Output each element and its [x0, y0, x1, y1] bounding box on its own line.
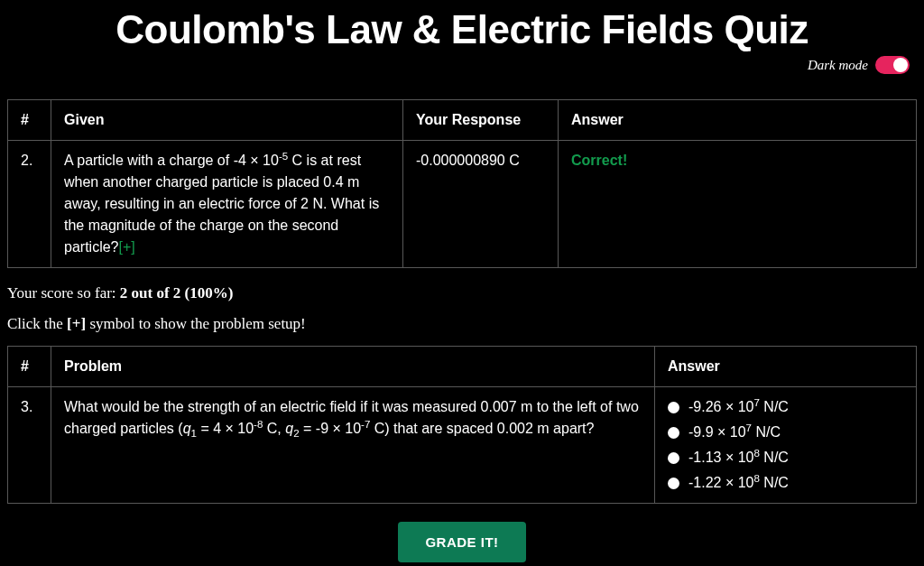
cell-options: -9.26 × 107 N/C-9.9 × 107 N/C-1.13 × 108… — [655, 387, 917, 504]
col-header-problem: Problem — [51, 347, 655, 387]
q1-var: q — [183, 421, 191, 436]
answer-radio[interactable] — [668, 452, 679, 464]
col-header-answer: Answer — [655, 347, 917, 387]
cell-given: A particle with a charge of -4 × 10-5 C … — [51, 141, 403, 268]
answer-option[interactable]: -1.22 × 108 N/C — [668, 472, 903, 494]
given-text-pre: A particle with a charge of -4 × 10 — [64, 153, 279, 168]
cell-problem: What would be the strength of an electri… — [51, 387, 655, 504]
hint-symbol: [+] — [67, 315, 86, 332]
col-header-number: # — [8, 347, 51, 387]
answer-text: -1.22 × 108 N/C — [688, 472, 789, 494]
q2-unit: C — [370, 421, 384, 436]
answer-radio[interactable] — [668, 427, 679, 439]
page-title: Coulomb's Law & Electric Fields Quiz — [7, 7, 917, 52]
hint-post: symbol to show the problem setup! — [86, 315, 306, 332]
table-row: 2. A particle with a charge of -4 × 10-5… — [8, 141, 917, 268]
given-exp: -5 — [279, 151, 288, 162]
grade-button[interactable]: GRADE IT! — [398, 522, 525, 562]
q1-unit: C, — [263, 421, 285, 436]
answer-radio[interactable] — [668, 478, 679, 489]
col-header-given: Given — [51, 100, 403, 141]
answer-text: -9.9 × 107 N/C — [688, 422, 781, 443]
graded-table: # Given Your Response Answer 2. A partic… — [7, 99, 917, 268]
p-text-2: ) that are spaced 0.002 m apart? — [384, 421, 594, 436]
answer-text: -1.13 × 108 N/C — [688, 447, 789, 469]
answer-option[interactable]: -1.13 × 108 N/C — [668, 447, 903, 469]
expand-toggle[interactable]: [+] — [118, 239, 134, 255]
dark-mode-toggle[interactable] — [875, 56, 910, 74]
answer-radio[interactable] — [668, 402, 679, 413]
q1-exp: -8 — [254, 419, 263, 430]
answer-option[interactable]: -9.26 × 107 N/C — [668, 396, 903, 418]
cell-answer: Correct! — [559, 141, 917, 268]
q2-exp: -7 — [361, 419, 370, 430]
q2-eq: = -9 × 10 — [300, 421, 362, 436]
col-header-answer: Answer — [559, 100, 917, 141]
dark-mode-label: Dark mode — [808, 58, 868, 73]
toggle-knob — [893, 58, 908, 72]
answer-option[interactable]: -9.9 × 107 N/C — [668, 422, 903, 443]
q1-eq: = 4 × 10 — [197, 421, 254, 436]
score-line: Your score so far: 2 out of 2 (100%) — [7, 284, 917, 302]
answer-text: -9.26 × 107 N/C — [688, 396, 789, 418]
q2-var: q — [285, 421, 293, 436]
button-row: GRADE IT! — [7, 522, 917, 562]
row-number: 2. — [8, 141, 51, 268]
dark-mode-control: Dark mode — [7, 56, 917, 74]
table-row: 3. What would be the strength of an elec… — [8, 387, 917, 504]
score-value: 2 out of 2 (100%) — [120, 284, 234, 302]
hint-pre: Click the — [7, 315, 67, 332]
col-header-number: # — [8, 100, 51, 141]
score-prefix: Your score so far: — [7, 284, 120, 302]
correct-label: Correct! — [571, 153, 627, 168]
row-number: 3. — [8, 387, 51, 504]
problem-table: # Problem Answer 3. What would be the st… — [7, 346, 917, 504]
cell-response: -0.000000890 C — [403, 141, 559, 268]
col-header-response: Your Response — [403, 100, 559, 141]
hint-line: Click the [+] symbol to show the problem… — [7, 315, 917, 333]
